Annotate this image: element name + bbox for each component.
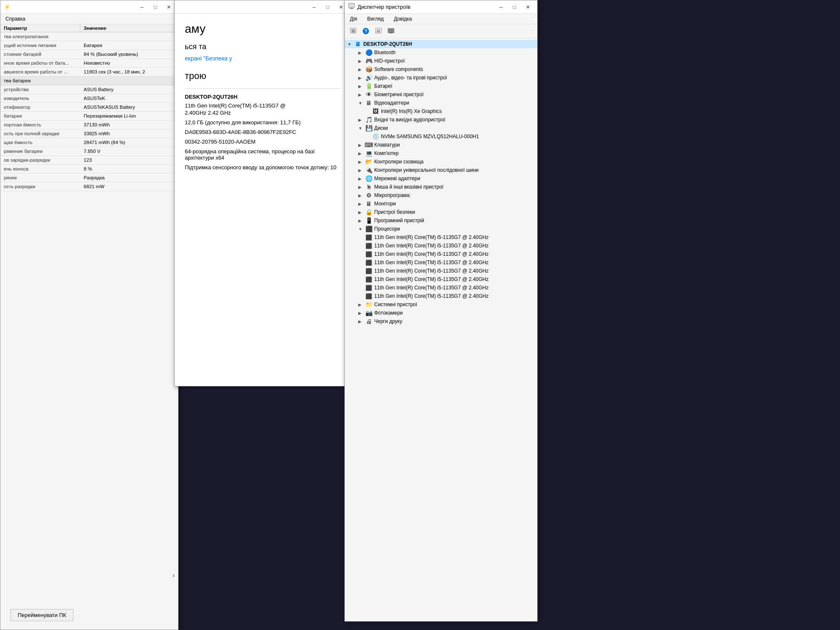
tree-item-biometric[interactable]: ▶ 👁 Біометричні пристрої <box>345 90 537 99</box>
value-cell: Неизвестно <box>80 59 178 68</box>
battery-table-container: тва електропитання ущий источник питания… <box>0 32 178 191</box>
battery-menu-help[interactable]: Справка <box>0 15 30 23</box>
tree-item-computer[interactable]: ▶ 💻 Комп'ютер <box>345 149 537 158</box>
tree-item-intel-iris[interactable]: 🖼 Intel(R) Iris(R) Xe Graphics <box>345 107 537 116</box>
sysinfo-subtitle1: ься та <box>185 42 340 51</box>
battery-titlebar: ⚡ ─ □ ✕ <box>0 0 178 14</box>
cameras-label: Фотокамери <box>374 310 403 316</box>
sysinfo-titlebar: ─ □ ✕ <box>175 0 350 14</box>
devmgr-close-btn[interactable]: ✕ <box>522 3 534 12</box>
tree-item-cpu-4[interactable]: ⬛ 11th Gen Intel(R) Core(TM) i5-1135G7 @… <box>345 258 537 267</box>
tree-item-cpu-6[interactable]: ⬛ 11th Gen Intel(R) Core(TM) i5-1135G7 @… <box>345 275 537 284</box>
software-device-icon: 📱 <box>365 217 373 224</box>
devmgr-minimize-btn[interactable]: ─ <box>495 3 507 12</box>
tree-item-processors[interactable]: ▼ ⬛ Процесори <box>345 225 537 233</box>
value-cell: 123 <box>80 156 178 165</box>
battery-maximize-btn[interactable]: □ <box>150 3 161 12</box>
sysinfo-content-area: аму ься та екрані "Безпека у трою DESKTO… <box>175 14 350 362</box>
tree-item-security[interactable]: ▶ 🔒 Пристрої безпеки <box>345 208 537 216</box>
devmgr-maximize-btn[interactable]: □ <box>509 3 520 12</box>
usb-expand-icon: ▶ <box>358 168 365 173</box>
tree-item-cpu-8[interactable]: ⬛ 11th Gen Intel(R) Core(TM) i5-1135G7 @… <box>345 292 537 300</box>
sysinfo-window: ─ □ ✕ аму ься та екрані "Безпека у трою … <box>174 0 351 386</box>
tree-item-software-device[interactable]: ▶ 📱 Програмний пристрій <box>345 216 537 225</box>
devmgr-window-controls[interactable]: ─ □ ✕ <box>495 3 534 12</box>
nvme-icon: 💿 <box>372 133 379 140</box>
toolbar-screen-btn[interactable] <box>385 26 397 37</box>
tree-item-usb[interactable]: ▶ 🔌 Контролери універсальної послідовної… <box>345 166 537 174</box>
tree-item-batteries[interactable]: ▶ 🔋 Батареї <box>345 82 537 90</box>
param-cell: батареи <box>0 112 80 121</box>
battery-minimize-btn[interactable]: ─ <box>136 3 148 12</box>
value-cell: ASUSTeKASUS Battery <box>80 103 178 112</box>
keyboard-label: Клавіатури <box>374 142 400 148</box>
batteries-label: Батареї <box>374 83 392 89</box>
tree-item-disks[interactable]: ▼ 💾 Диски <box>345 124 537 132</box>
rename-pc-button[interactable]: Перейменувати ПК <box>10 609 74 621</box>
tree-item-storage-ctrl[interactable]: ▶ 📂 Контролери сховища <box>345 158 537 166</box>
toolbar-back-btn[interactable]: ⊞ <box>347 26 359 37</box>
biometric-expand-icon: ▶ <box>358 92 365 97</box>
tree-item-cpu-3[interactable]: ⬛ 11th Gen Intel(R) Core(TM) i5-1135G7 @… <box>345 250 537 258</box>
cpu-5-label: 11th Gen Intel(R) Core(TM) i5-1135G7 @ 2… <box>374 268 488 274</box>
tree-item-cpu-2[interactable]: ⬛ 11th Gen Intel(R) Core(TM) i5-1135G7 @… <box>345 242 537 250</box>
toolbar-properties-btn[interactable]: ⊟ <box>373 26 384 37</box>
param-cell: нное время работы от бата... <box>0 59 80 68</box>
devmgr-menu-action[interactable]: Дія <box>345 15 362 23</box>
devmgr-menu-view[interactable]: Вигляд <box>362 15 388 23</box>
cpu-7-label: 11th Gen Intel(R) Core(TM) i5-1135G7 @ 2… <box>374 285 488 291</box>
tree-item-print[interactable]: ▶ 🖨 Черги друку <box>345 317 537 326</box>
col-param: Параметр <box>0 24 80 32</box>
value-cell: Перезаряжаемая Li-Ion <box>80 112 178 121</box>
battery-title-area: ⚡ <box>4 4 10 10</box>
disks-label: Диски <box>374 125 388 131</box>
toolbar-help-btn[interactable]: ? <box>360 26 372 37</box>
audio-io-expand-icon: ▶ <box>358 118 365 122</box>
devmgr-menu-help[interactable]: Довідка <box>389 15 417 23</box>
tree-item-cpu-7[interactable]: ⬛ 11th Gen Intel(R) Core(TM) i5-1135G7 @… <box>345 284 537 292</box>
network-expand-icon: ▶ <box>358 176 365 181</box>
tree-root-node[interactable]: ▼ 🖥 DESKTOP-2QUT26H <box>345 40 537 48</box>
tree-item-display[interactable]: ▼ 🖥 Відеоадаптери <box>345 99 537 107</box>
devmgr-title-text: Диспетчер пристроїв <box>357 4 410 10</box>
tree-item-nvme[interactable]: 💿 NVMe SAMSUNG MZVLQ512HALU-000H1 <box>345 132 537 141</box>
tree-item-mouse[interactable]: ▶ 🖱 Миша й інші вказівні пристрої <box>345 183 537 191</box>
tree-item-firmware[interactable]: ▶ ⚙ Мікропрограма: <box>345 191 537 200</box>
tree-item-network[interactable]: ▶ 🌐 Мережеві адаптери <box>345 174 537 183</box>
usb-icon: 🔌 <box>365 166 373 174</box>
system-devices-icon: 📁 <box>365 301 373 308</box>
sysinfo-main-title: аму <box>185 22 340 36</box>
expand-arrow[interactable]: › <box>173 572 175 579</box>
sysinfo-maximize-btn[interactable]: □ <box>322 3 333 12</box>
table-row: ущий источник питания Батарея <box>0 41 178 50</box>
sysinfo-window-controls[interactable]: ─ □ ✕ <box>308 3 347 12</box>
tree-item-hid[interactable]: ▶ 🎮 HID-пристрої <box>345 57 537 65</box>
table-row: нное время работы от бата... Неизвестно <box>0 59 178 68</box>
tree-item-keyboard[interactable]: ▶ ⌨ Клавіатури <box>345 141 537 149</box>
battery-close-btn[interactable]: ✕ <box>163 3 175 12</box>
tree-item-software-components[interactable]: ▶ 📦 Software components <box>345 65 537 74</box>
battery-window-controls[interactable]: ─ □ ✕ <box>136 3 175 12</box>
mouse-icon: 🖱 <box>365 183 373 191</box>
tree-item-audio[interactable]: ▶ 🔊 Аудіо-, відео- та ігрові пристрої <box>345 74 537 82</box>
print-label: Черги друку <box>374 318 402 324</box>
hid-expand-icon: ▶ <box>358 59 365 63</box>
tree-item-monitors[interactable]: ▶ 🖥 Монітори <box>345 200 537 208</box>
tree-item-audio-io[interactable]: ▶ 🎵 Вхідні та вихідні аудіопристрої <box>345 116 537 124</box>
svg-text:⊞: ⊞ <box>352 29 355 33</box>
tree-item-cameras[interactable]: ▶ 📷 Фотокамери <box>345 309 537 317</box>
tree-item-system-devices[interactable]: ▶ 📁 Системні пристрої <box>345 300 537 309</box>
devmgr-title-icon <box>348 3 355 11</box>
batteries-icon: 🔋 <box>365 82 373 90</box>
tree-item-cpu-1[interactable]: ⬛ 11th Gen Intel(R) Core(TM) i5-1135G7 @… <box>345 233 537 242</box>
value-cell: Батарея <box>80 41 178 50</box>
tree-item-cpu-5[interactable]: ⬛ 11th Gen Intel(R) Core(TM) i5-1135G7 @… <box>345 267 537 275</box>
sysinfo-minimize-btn[interactable]: ─ <box>308 3 320 12</box>
sysinfo-security-link[interactable]: екрані "Безпека у <box>185 55 232 62</box>
sysinfo-os-type: 64-розрядна операційна система, процесор… <box>185 148 340 161</box>
tree-item-bluetooth[interactable]: ▶ 🔵 Bluetooth <box>345 48 537 57</box>
batteries-expand-icon: ▶ <box>358 84 365 89</box>
network-label: Мережеві адаптери <box>374 176 420 181</box>
param-cell: авшееся время работы от ... <box>0 68 80 76</box>
table-row: ряжение батареи 7.850 V <box>0 147 178 156</box>
